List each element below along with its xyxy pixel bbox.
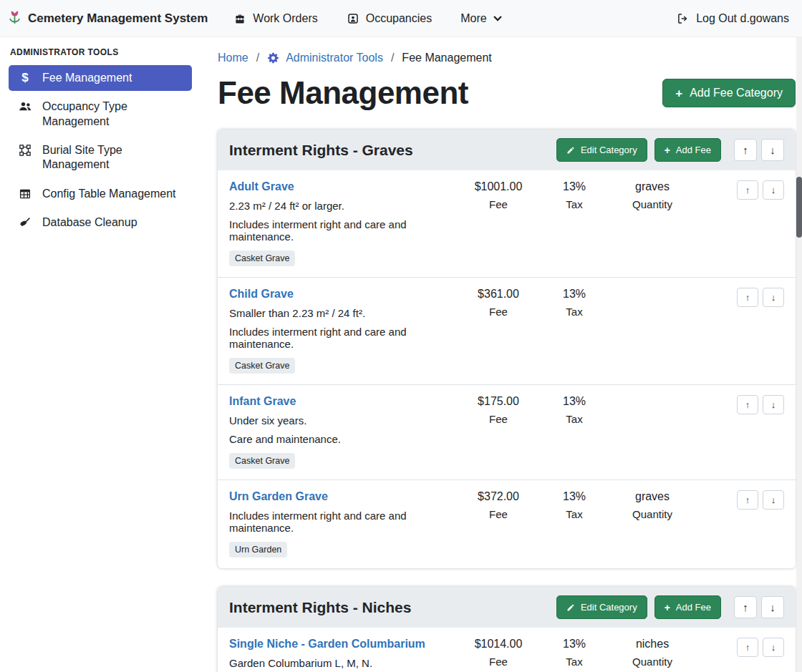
fee-quantity-cell: graves Quantity: [612, 180, 692, 210]
plus-icon: +: [665, 603, 670, 613]
broom-icon: [17, 216, 33, 229]
breadcrumb-home-link[interactable]: Home: [218, 52, 248, 64]
fee-type-badge: Casket Grave: [229, 453, 295, 469]
sidebar-header: ADMINISTRATOR TOOLS: [0, 47, 200, 65]
move-category-up-button[interactable]: ↑: [734, 139, 757, 161]
main-content: Home / Administrator Tools / Fee Managem…: [200, 37, 802, 672]
category-title: Interment Rights - Niches: [229, 599, 549, 616]
fee-tax-cell: 13% Tax: [536, 288, 612, 318]
fee-label: Fee: [460, 413, 536, 425]
occupant-icon: [347, 12, 359, 25]
breadcrumb: Home / Administrator Tools / Fee Managem…: [218, 49, 796, 64]
fee-reorder-controls: ↑ ↓: [692, 395, 784, 414]
fee-amount-cell: $372.00 Fee: [460, 490, 536, 520]
breadcrumb-current: Fee Management: [402, 52, 491, 64]
top-navbar: Cemetery Management System Work Orders: [0, 0, 802, 37]
admin-sidebar: ADMINISTRATOR TOOLS $ Fee Management Occ…: [0, 37, 200, 672]
chevron-down-icon: [493, 16, 502, 21]
fee-reorder-controls: ↑ ↓: [692, 288, 784, 307]
move-fee-down-button[interactable]: ↓: [763, 638, 784, 657]
arrow-down-icon: ↓: [770, 601, 776, 613]
sidebar-item-burial-site-type[interactable]: Burial Site Type Management: [9, 137, 192, 178]
nav-occupancies[interactable]: Occupancies: [347, 12, 433, 25]
edit-category-button[interactable]: Edit Category: [556, 595, 647, 619]
fee-label: Fee: [460, 656, 536, 668]
move-fee-up-button[interactable]: ↑: [737, 180, 758, 200]
arrow-down-icon: ↓: [771, 185, 776, 195]
arrow-up-icon: ↑: [743, 144, 748, 156]
move-fee-up-button[interactable]: ↑: [737, 638, 758, 657]
move-fee-down-button[interactable]: ↓: [763, 288, 784, 307]
page-scrollbar[interactable]: [796, 37, 802, 672]
sidebar-item-occupancy-type[interactable]: Occupancy Type Management: [9, 94, 192, 135]
fee-desc-1: Garden Columbarium L, M, N.: [229, 657, 452, 669]
category-header: Interment Rights - Niches Edit Category …: [218, 587, 796, 628]
logout-button[interactable]: Log Out d.gowans: [676, 12, 789, 25]
move-fee-up-button[interactable]: ↑: [737, 288, 758, 307]
move-fee-up-button[interactable]: ↑: [737, 490, 758, 510]
nav-more[interactable]: More: [460, 12, 501, 25]
fee-info: Child Grave Smaller than 2.23 m² / 24 ft…: [229, 288, 460, 374]
edit-category-button[interactable]: Edit Category: [556, 138, 647, 162]
quantity-label: Quantity: [612, 508, 692, 520]
move-fee-up-button[interactable]: ↑: [737, 395, 758, 414]
arrow-down-icon: ↓: [771, 495, 776, 505]
fee-amount: $1014.00: [460, 638, 536, 651]
fee-label: Fee: [460, 508, 536, 520]
fee-row: Single Niche - Garden Columbarium Garden…: [218, 628, 796, 672]
fee-type-badge: Urn Garden: [229, 542, 287, 557]
add-fee-button[interactable]: + Add Fee: [654, 595, 721, 619]
fee-list: Adult Grave 2.23 m² / 24 ft² or larger. …: [218, 170, 796, 568]
sidebar-item-label: Database Cleanup: [42, 215, 137, 230]
fee-desc-2: Care and maintenance.: [229, 433, 452, 445]
sidebar-item-database-cleanup[interactable]: Database Cleanup: [9, 210, 192, 235]
move-fee-down-button[interactable]: ↓: [763, 395, 784, 414]
fee-amount: $372.00: [460, 490, 536, 503]
plus-icon: +: [665, 145, 670, 155]
fee-name-link[interactable]: Adult Grave: [229, 180, 294, 193]
tax-rate: 13%: [536, 395, 612, 408]
logout-icon: [676, 12, 690, 25]
sidebar-item-config-table[interactable]: Config Table Management: [9, 181, 192, 207]
fee-reorder-controls: ↑ ↓: [692, 490, 784, 510]
breadcrumb-admin-link[interactable]: Administrator Tools: [267, 52, 383, 64]
move-category-down-button[interactable]: ↓: [761, 139, 784, 161]
fee-label: Fee: [460, 198, 536, 210]
fee-name-link[interactable]: Single Niche - Garden Columbarium: [229, 638, 425, 651]
sidebar-item-label: Occupancy Type Management: [42, 99, 185, 129]
sidebar-item-label: Burial Site Type Management: [42, 143, 185, 172]
fee-name-link[interactable]: Urn Garden Grave: [229, 490, 328, 503]
categories: Interment Rights - Graves Edit Category …: [218, 130, 796, 672]
pencil-icon: [566, 603, 575, 612]
tax-label: Tax: [536, 656, 612, 668]
move-fee-down-button[interactable]: ↓: [763, 490, 784, 510]
toolbox-icon: [233, 12, 246, 25]
add-fee-button[interactable]: + Add Fee: [654, 138, 721, 162]
app-window: Cemetery Management System Work Orders: [0, 0, 802, 672]
category-title: Interment Rights - Graves: [229, 142, 549, 159]
dollar-icon: $: [17, 72, 33, 84]
fee-amount: $1001.00: [460, 180, 536, 193]
fee-row: Infant Grave Under six years. Care and m…: [218, 384, 796, 479]
pencil-icon: [566, 146, 575, 155]
quantity-unit: graves: [612, 180, 692, 193]
fee-tax-cell: 13% Tax: [536, 180, 612, 210]
add-fee-category-button[interactable]: + Add Fee Category: [662, 79, 796, 107]
logout-label: Log Out d.gowans: [696, 12, 789, 25]
move-fee-down-button[interactable]: ↓: [763, 180, 784, 200]
move-category-down-button[interactable]: ↓: [761, 596, 784, 618]
fee-tax-cell: 13% Tax: [536, 490, 612, 520]
fee-name-link[interactable]: Child Grave: [229, 288, 294, 301]
move-category-up-button[interactable]: ↑: [734, 596, 757, 618]
nav-occupancies-label: Occupancies: [366, 12, 433, 25]
category-reorder-controls: ↑ ↓: [734, 139, 784, 161]
sidebar-item-fee-management[interactable]: $ Fee Management: [9, 65, 192, 91]
sidebar-item-label: Config Table Management: [42, 187, 176, 201]
scrollbar-thumb[interactable]: [796, 177, 802, 238]
nav-work-orders[interactable]: Work Orders: [233, 12, 317, 25]
fee-info: Urn Garden Grave Includes interment righ…: [229, 490, 460, 557]
category-header: Interment Rights - Graves Edit Category …: [218, 130, 796, 170]
fee-name-link[interactable]: Infant Grave: [229, 395, 296, 408]
fee-info: Single Niche - Garden Columbarium Garden…: [229, 638, 460, 672]
tax-label: Tax: [536, 198, 612, 210]
